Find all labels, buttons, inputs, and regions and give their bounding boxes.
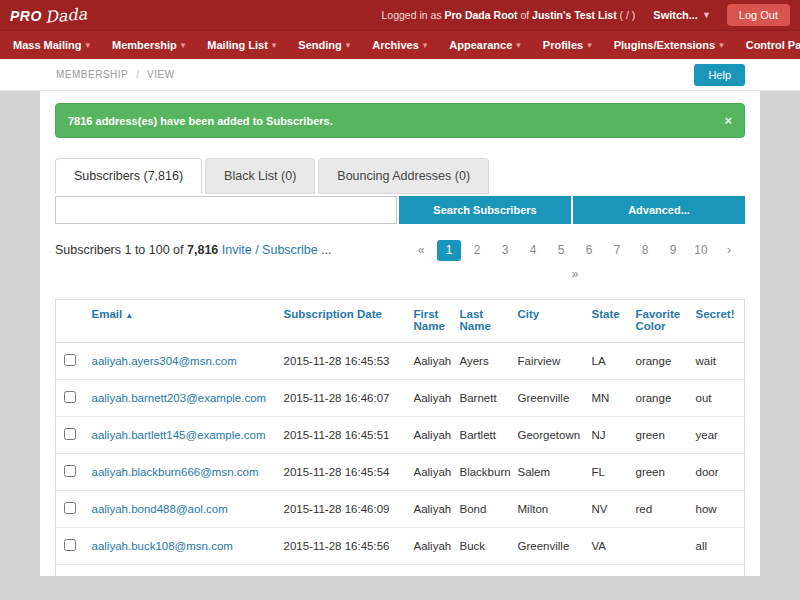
search-subscribers-button[interactable]: Search Subscribers bbox=[399, 196, 571, 224]
cell-checkbox bbox=[56, 343, 84, 380]
cell-first-name: Aaliyah bbox=[406, 565, 452, 577]
invite-subscribe-link[interactable]: Invite / Subscribe bbox=[222, 243, 318, 257]
col-header-favorite-color[interactable]: Favorite Color bbox=[628, 300, 688, 343]
tab-subscribers-7-816[interactable]: Subscribers (7,816) bbox=[55, 158, 202, 194]
search-bar: Search Subscribers Advanced... bbox=[55, 196, 745, 224]
sort-asc-icon: ▲ bbox=[125, 311, 133, 320]
table-row: aaliyah.barnett203@example.com2015-11-28… bbox=[56, 380, 745, 417]
breadcrumb-section[interactable]: MEMBERSHIP bbox=[56, 69, 128, 80]
nav-item-membership[interactable]: Membership▾ bbox=[101, 31, 196, 59]
cell-secret: wait bbox=[688, 565, 745, 577]
cell-checkbox bbox=[56, 380, 84, 417]
nav-item-label: Sending bbox=[298, 39, 341, 51]
cell-email: aaliyah.bartlett145@example.com bbox=[84, 417, 276, 454]
email-link[interactable]: aaliyah.ayers304@msn.com bbox=[92, 355, 237, 367]
row-checkbox[interactable] bbox=[64, 428, 76, 440]
row-checkbox[interactable] bbox=[64, 465, 76, 477]
cell-city: Georgetown bbox=[510, 417, 584, 454]
cell-first-name: Aaliyah bbox=[406, 454, 452, 491]
column-label: First Name bbox=[414, 308, 445, 332]
pager-page-9[interactable]: 9 bbox=[661, 240, 685, 261]
summary-total: 7,816 bbox=[187, 243, 218, 257]
pager-page-2[interactable]: 2 bbox=[465, 240, 489, 261]
pager-prev-icon[interactable]: « bbox=[409, 240, 433, 261]
pager-next-icon[interactable]: › bbox=[717, 240, 741, 261]
column-label: City bbox=[518, 308, 540, 320]
chevron-down-icon: ▾ bbox=[346, 40, 351, 50]
summary-prefix: Subscribers 1 to 100 of bbox=[55, 243, 184, 257]
email-link[interactable]: aaliyah.bond488@aol.com bbox=[92, 503, 228, 515]
search-input[interactable] bbox=[55, 196, 397, 224]
table-row: aaliyah.cohen815@yahoo.com2015-11-28 16:… bbox=[56, 565, 745, 577]
col-header-secret[interactable]: Secret! bbox=[688, 300, 745, 343]
email-link[interactable]: aaliyah.buck108@msn.com bbox=[92, 540, 233, 552]
nav-item-sending[interactable]: Sending▾ bbox=[287, 31, 361, 59]
alert-message: 7816 address(es) have been added to Subs… bbox=[68, 115, 333, 127]
cell-favorite-color: orange bbox=[628, 343, 688, 380]
tab-bar: Subscribers (7,816)Black List (0)Bouncin… bbox=[55, 158, 745, 194]
cell-email: aaliyah.cohen815@yahoo.com bbox=[84, 565, 276, 577]
cell-last-name: Bartlett bbox=[452, 417, 510, 454]
cell-state: VA bbox=[584, 528, 628, 565]
login-list-name[interactable]: Justin's Test List bbox=[532, 9, 617, 21]
pager-page-10[interactable]: 10 bbox=[689, 240, 713, 261]
logout-button[interactable]: Log Out bbox=[727, 4, 790, 26]
nav-item-appearance[interactable]: Appearance▾ bbox=[438, 31, 532, 59]
chevron-down-icon: ▾ bbox=[423, 40, 428, 50]
tab-bouncing-addresses-0[interactable]: Bouncing Addresses (0) bbox=[318, 158, 489, 194]
pager-page-6[interactable]: 6 bbox=[577, 240, 601, 261]
cell-last-name: Buck bbox=[452, 528, 510, 565]
col-header-last-name[interactable]: Last Name bbox=[452, 300, 510, 343]
cell-city: Greenville bbox=[510, 528, 584, 565]
nav-item-mailing-list[interactable]: Mailing List▾ bbox=[196, 31, 287, 59]
col-header-email[interactable]: Email▲ bbox=[84, 300, 276, 343]
cell-checkbox bbox=[56, 454, 84, 491]
help-button[interactable]: Help bbox=[694, 64, 745, 86]
cell-last-name: Cohen bbox=[452, 565, 510, 577]
row-checkbox[interactable] bbox=[64, 391, 76, 403]
col-header-city[interactable]: City bbox=[510, 300, 584, 343]
nav-item-mass-mailing[interactable]: Mass Mailing▾ bbox=[2, 31, 101, 59]
cell-email: aaliyah.bond488@aol.com bbox=[84, 491, 276, 528]
nav-item-label: Control Panel Settings bbox=[746, 39, 800, 51]
cell-last-name: Bond bbox=[452, 491, 510, 528]
pager-page-4[interactable]: 4 bbox=[521, 240, 545, 261]
close-icon[interactable]: × bbox=[724, 114, 732, 127]
cell-last-name: Ayers bbox=[452, 343, 510, 380]
pager-page-7[interactable]: 7 bbox=[605, 240, 629, 261]
row-checkbox[interactable] bbox=[64, 502, 76, 514]
cell-state: NJ bbox=[584, 417, 628, 454]
nav-item-archives[interactable]: Archives▾ bbox=[361, 31, 438, 59]
col-header-first-name[interactable]: First Name bbox=[406, 300, 452, 343]
login-prefix: Logged in as bbox=[381, 9, 441, 21]
nav-item-profiles[interactable]: Profiles▾ bbox=[532, 31, 603, 59]
nav-item-plugins-extensions[interactable]: Plugins/Extensions▾ bbox=[603, 31, 735, 59]
switch-dropdown[interactable]: Switch... ▼ bbox=[653, 9, 711, 21]
cell-city: Milton bbox=[510, 491, 584, 528]
pager-last-icon[interactable]: » bbox=[563, 264, 587, 285]
col-header-subscription-date[interactable]: Subscription Date bbox=[276, 300, 406, 343]
pager-page-5[interactable]: 5 bbox=[549, 240, 573, 261]
cell-state: NV bbox=[584, 491, 628, 528]
top-bar: PRO Dada Logged in as Pro Dada Root of J… bbox=[0, 0, 800, 30]
login-status: Logged in as Pro Dada Root of Justin's T… bbox=[381, 9, 635, 21]
app-logo[interactable]: PRO Dada bbox=[10, 6, 87, 25]
pager-page-1[interactable]: 1 bbox=[437, 240, 461, 261]
nav-item-control-panel-settings[interactable]: Control Panel Settings▾ bbox=[735, 31, 800, 59]
cell-subscription-date: 2015-11-28 16:45:53 bbox=[276, 343, 406, 380]
row-checkbox[interactable] bbox=[64, 539, 76, 551]
email-link[interactable]: aaliyah.blackburn666@msn.com bbox=[92, 466, 259, 478]
nav-item-label: Plugins/Extensions bbox=[614, 39, 715, 51]
column-label: Email bbox=[92, 308, 123, 320]
cell-city: Salem bbox=[510, 454, 584, 491]
tab-black-list-0[interactable]: Black List (0) bbox=[205, 158, 315, 194]
pager-page-8[interactable]: 8 bbox=[633, 240, 657, 261]
cell-city: Fairview bbox=[510, 343, 584, 380]
row-checkbox[interactable] bbox=[64, 354, 76, 366]
email-link[interactable]: aaliyah.bartlett145@example.com bbox=[92, 429, 266, 441]
chevron-down-icon: ▾ bbox=[587, 40, 592, 50]
col-header-state[interactable]: State bbox=[584, 300, 628, 343]
email-link[interactable]: aaliyah.barnett203@example.com bbox=[92, 392, 267, 404]
pager-page-3[interactable]: 3 bbox=[493, 240, 517, 261]
advanced-button[interactable]: Advanced... bbox=[573, 196, 745, 224]
